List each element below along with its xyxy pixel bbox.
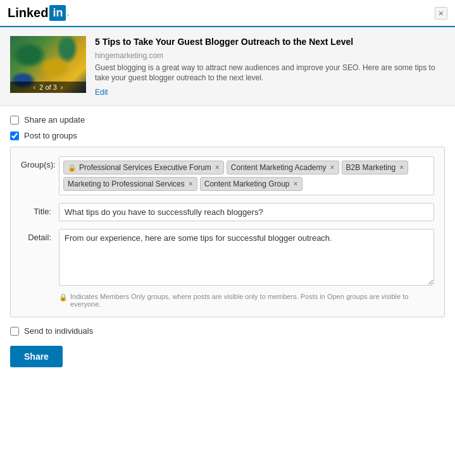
detail-textarea[interactable] (59, 229, 434, 286)
groups-form: Group(s): 🔒Professional Services Executi… (10, 147, 445, 317)
group-tag: 🔒Professional Services Executive Forum× (63, 161, 224, 174)
image-navigation[interactable]: ‹ 2 of 3 › (10, 82, 86, 93)
tag-remove[interactable]: × (330, 163, 335, 172)
post-to-groups-checkbox[interactable] (10, 131, 19, 140)
linkedin-logo: Linkedin. (8, 5, 69, 21)
groups-label: Group(s): (21, 156, 59, 169)
group-tag: Content Marketing Academy× (227, 161, 339, 174)
share-button[interactable]: Share (10, 346, 63, 367)
groups-row: Group(s): 🔒Professional Services Executi… (21, 156, 434, 195)
members-note-text: Indicates Members Only groups, where pos… (70, 293, 434, 308)
members-note: 🔒 Indicates Members Only groups, where p… (59, 293, 434, 308)
send-individuals-row: Send to individuals (10, 326, 445, 336)
lock-icon: 🔒 (59, 293, 68, 302)
send-individuals-checkbox[interactable] (10, 327, 19, 336)
send-individuals-label[interactable]: Send to individuals (24, 326, 93, 336)
main-body: Share an update Post to groups Group(s):… (0, 106, 455, 376)
title-input[interactable] (59, 203, 434, 221)
article-thumbnail: ‹ 2 of 3 › (10, 36, 86, 93)
article-description: Guest blogging is a great way to attract… (95, 63, 445, 84)
article-info: 5 Tips to Take Your Guest Blogger Outrea… (86, 36, 445, 97)
share-update-checkbox[interactable] (10, 116, 19, 125)
title-label: Title: (21, 203, 59, 216)
prev-image-icon[interactable]: ‹ (34, 83, 36, 91)
detail-label: Detail: (21, 229, 59, 242)
logo-dot: . (66, 8, 69, 18)
title-control (59, 203, 434, 221)
logo-box: in (49, 5, 66, 21)
tag-label: Professional Services Executive Forum (79, 163, 211, 172)
detail-control: 🔒 Indicates Members Only groups, where p… (59, 229, 434, 308)
post-to-groups-row: Post to groups (10, 131, 445, 140)
article-source: hingemarketing.com (95, 51, 445, 60)
tag-remove[interactable]: × (399, 163, 404, 172)
edit-link[interactable]: Edit (95, 88, 108, 97)
dialog-header: Linkedin. × (0, 0, 455, 27)
next-image-icon[interactable]: › (61, 83, 63, 91)
tag-remove[interactable]: × (215, 163, 220, 172)
image-counter: 2 of 3 (39, 83, 57, 91)
share-update-label[interactable]: Share an update (24, 115, 85, 125)
logo-text: Linked (8, 6, 48, 20)
groups-control: 🔒Professional Services Executive Forum×C… (59, 156, 434, 195)
group-tag: B2B Marketing× (342, 161, 409, 174)
article-title: 5 Tips to Take Your Guest Blogger Outrea… (95, 36, 445, 49)
detail-row: Detail: 🔒 Indicates Members Only groups,… (21, 229, 434, 308)
tag-lock-icon: 🔒 (68, 164, 77, 172)
tag-label: B2B Marketing (346, 163, 396, 172)
group-tag: Content Marketing Group× (200, 177, 302, 191)
tag-remove[interactable]: × (189, 180, 193, 188)
close-button[interactable]: × (435, 7, 447, 20)
tag-remove[interactable]: × (294, 180, 298, 188)
group-tag: Marketing to Professional Services× (63, 177, 197, 191)
title-row: Title: (21, 203, 434, 221)
share-update-row: Share an update (10, 115, 445, 125)
tag-label: Marketing to Professional Services (68, 180, 185, 188)
tag-label: Content Marketing Academy (231, 163, 327, 172)
tag-label: Content Marketing Group (204, 180, 290, 188)
article-preview: ‹ 2 of 3 › 5 Tips to Take Your Guest Blo… (0, 27, 455, 106)
post-to-groups-label[interactable]: Post to groups (24, 131, 77, 140)
groups-tags[interactable]: 🔒Professional Services Executive Forum×C… (59, 156, 434, 195)
